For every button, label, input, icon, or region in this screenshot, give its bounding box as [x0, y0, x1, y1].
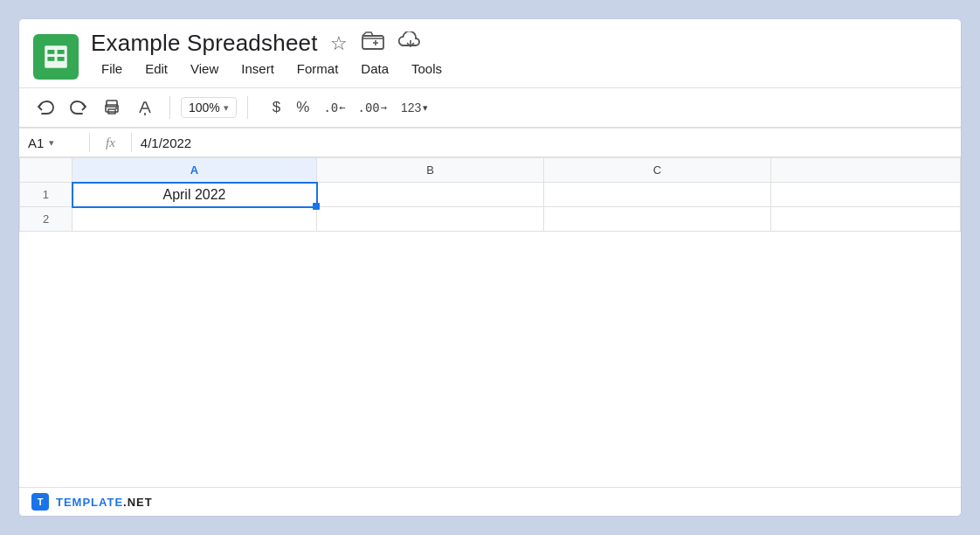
menu-tools[interactable]: Tools [401, 59, 452, 79]
svg-rect-3 [47, 57, 54, 61]
column-header-row: A B C [20, 158, 961, 183]
print-button[interactable] [98, 94, 126, 122]
row-num-2: 2 [20, 207, 72, 232]
menu-format[interactable]: Format [286, 59, 349, 79]
footer: T TEMPLATE.NET [19, 487, 961, 516]
svg-point-9 [115, 108, 117, 109]
col-header-a[interactable]: A [72, 158, 317, 183]
undo-button[interactable] [31, 94, 59, 122]
cell-ref-value: A1 [28, 135, 44, 150]
cloud-save-icon[interactable] [398, 31, 423, 55]
corner-header [20, 158, 72, 183]
svg-rect-4 [58, 57, 65, 61]
formula-bar: A1 ▾ fx 4/1/2022 [19, 128, 961, 157]
menu-file[interactable]: File [91, 59, 133, 79]
menu-edit[interactable]: Edit [135, 59, 178, 79]
cell-a1-value: April 2022 [162, 187, 225, 202]
format-dropdown-icon: ▾ [423, 102, 428, 114]
spreadsheet-grid: A B C 1 April 2022 [19, 157, 961, 487]
toolbar-separator-1 [169, 96, 170, 119]
row-num-1: 1 [20, 183, 72, 207]
svg-rect-2 [58, 50, 65, 54]
paint-format-button[interactable] [131, 94, 159, 122]
star-icon[interactable]: ☆ [330, 32, 348, 55]
increase-decimal-button[interactable]: .00→ [353, 97, 393, 118]
zoom-control[interactable]: 100% ▾ [181, 97, 237, 118]
redo-button[interactable] [65, 94, 93, 122]
template-logo-icon: T [31, 493, 49, 511]
menu-data[interactable]: Data [350, 59, 399, 79]
more-formats-button[interactable]: 123 ▾ [394, 97, 435, 118]
spreadsheet-title: Example Spreadsheet [91, 30, 318, 57]
cell-c1[interactable] [544, 183, 771, 207]
col-header-extra [771, 158, 961, 183]
cell-extra-1 [771, 183, 961, 207]
cell-a2[interactable] [72, 207, 317, 232]
title-bar: Example Spreadsheet ☆ File Edit View Ins… [19, 19, 961, 87]
formula-bar-separator-2 [131, 133, 132, 152]
cell-b1[interactable] [317, 183, 544, 207]
title-area: Example Spreadsheet ☆ File Edit View Ins… [91, 30, 943, 84]
fx-label: fx [99, 135, 122, 150]
zoom-dropdown-icon: ▾ [224, 102, 229, 114]
cell-extra-2 [771, 207, 961, 232]
toolbar-separator-2 [247, 96, 248, 119]
cell-a1[interactable]: April 2022 [72, 183, 317, 207]
table-row: 2 [20, 207, 961, 232]
percent-format-button[interactable]: % [289, 95, 316, 120]
zoom-value: 100% [189, 101, 220, 115]
footer-brand: TEMPLATE.NET [56, 496, 153, 509]
dollar-format-button[interactable]: $ [266, 95, 287, 120]
cell-ref-dropdown-icon: ▾ [49, 137, 54, 149]
decrease-decimal-button[interactable]: .0← [318, 97, 350, 118]
sheets-logo-icon [33, 34, 79, 80]
format-123-label: 123 [401, 101, 421, 115]
formula-bar-separator [89, 133, 90, 152]
format-controls: $ % .0← .00→ 123 ▾ [266, 95, 436, 120]
move-to-folder-icon[interactable] [362, 31, 384, 55]
menu-insert[interactable]: Insert [231, 59, 285, 79]
svg-rect-1 [47, 50, 54, 54]
svg-rect-6 [107, 101, 117, 107]
fill-handle[interactable] [313, 203, 320, 210]
menu-bar: File Edit View Insert Format Data Tools [91, 57, 943, 84]
col-header-b[interactable]: B [317, 158, 544, 183]
toolbar: 100% ▾ $ % .0← .00→ 123 ▾ [19, 88, 961, 127]
table-row: 1 April 2022 [20, 183, 961, 207]
cell-reference[interactable]: A1 ▾ [28, 135, 80, 150]
col-header-c[interactable]: C [544, 158, 771, 183]
cell-c2[interactable] [544, 207, 771, 232]
cell-b2[interactable] [317, 207, 544, 232]
formula-value: 4/1/2022 [141, 135, 191, 150]
menu-view[interactable]: View [180, 59, 229, 79]
